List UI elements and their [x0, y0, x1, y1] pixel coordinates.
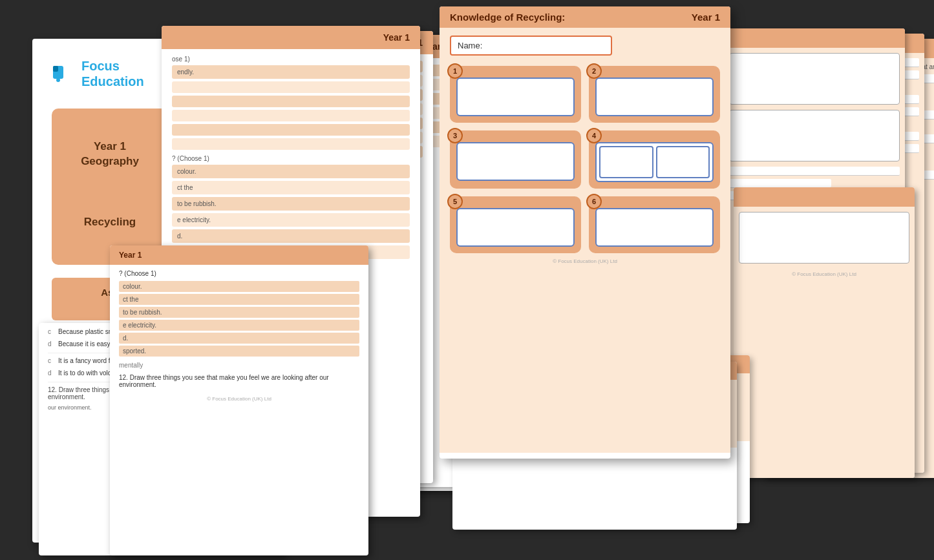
rp-content-box: [729, 110, 900, 161]
knowledge-header: Knowledge of Recycling: Year 1: [440, 6, 730, 28]
logo-line1: Focus: [81, 58, 144, 74]
quiz-behind-environmentally: mentally: [119, 362, 359, 369]
quiz-row: endly.: [172, 65, 410, 79]
quiz-behind-row: d.: [119, 333, 359, 344]
rp-line: [729, 179, 831, 188]
card-inner-5: [456, 208, 575, 247]
quiz-behind-body: ? (Choose 1) colour. ct the to be rubbis…: [110, 265, 368, 393]
knowledge-card-5: 5: [450, 196, 581, 253]
quiz-behind-row: sported.: [119, 346, 359, 357]
card-number-4: 4: [586, 128, 602, 143]
lower-quiz-letter: c: [48, 357, 54, 364]
knowledge-page: Knowledge of Recycling: Year 1 Name: 1 2: [440, 6, 730, 459]
quiz-behind-row: e electricity.: [119, 320, 359, 331]
card-inner-2: [595, 78, 714, 116]
quiz-row: ct the: [172, 181, 410, 194]
quiz-row: to be rubbish.: [172, 197, 410, 211]
quiz-row: d.: [172, 229, 410, 243]
quiz-behind-row: ct the: [119, 294, 359, 305]
cover-subtitle-recycling: Recycling: [65, 215, 155, 229]
card-inner-4a: [599, 146, 653, 178]
quiz-row: e electricity.: [172, 213, 410, 227]
rp-content-box: [729, 53, 900, 105]
quiz-header-4: Year 1: [162, 26, 420, 49]
scene: Focus Education Year 1 Geography: [0, 0, 934, 560]
focus-education-logo-icon: [52, 62, 75, 85]
card-number-3: 3: [447, 128, 463, 143]
card-number-1: 1: [447, 63, 463, 79]
knowledge-card-4: 4: [589, 130, 720, 189]
quiz-behind-q1: ? (Choose 1): [119, 270, 359, 277]
card-inner-4b: [656, 146, 710, 178]
quiz-partial-text: ose 1): [172, 56, 410, 63]
knowledge-card-1: 1: [450, 66, 581, 123]
knowledge-card-6: 6: [589, 196, 720, 253]
rp-line: [729, 167, 900, 176]
knowledge-card-2: 2: [589, 66, 720, 123]
quiz-row: [172, 138, 410, 150]
rp-body-4: © Focus Education (UK) Ltd: [734, 207, 915, 478]
rp-content-box-4: [739, 212, 909, 264]
rp-header-4: [734, 187, 915, 207]
card-number-2: 2: [586, 63, 602, 79]
quiz-behind-header: Year 1: [110, 245, 368, 265]
quiz-behind-q12: 12. Draw three things you see that make …: [119, 374, 359, 388]
quiz-row: [172, 124, 410, 136]
cover-title-year-geography: Year 1 Geography: [65, 140, 155, 168]
quiz-behind-footer: © Focus Education (UK) Ltd: [110, 393, 368, 404]
card-number-6: 6: [586, 194, 602, 209]
quiz-behind-row: colour.: [119, 281, 359, 292]
quiz-behind-row: to be rubbish.: [119, 307, 359, 318]
rp-header-3: [724, 28, 905, 48]
right-page-4: © Focus Education (UK) Ltd: [734, 187, 915, 478]
knowledge-name-label: Name:: [458, 41, 482, 50]
quiz-row: [172, 96, 410, 107]
quiz-body-4: ose 1) endly. ? (Choose 1) colour. ct th…: [162, 49, 420, 268]
lower-quiz-letter: c: [48, 328, 54, 335]
knowledge-card-grid: 1 2 3 4: [450, 66, 720, 253]
card-inner-1: [456, 78, 575, 116]
knowledge-footer: © Focus Education (UK) Ltd: [450, 253, 720, 264]
svg-point-1: [56, 78, 60, 82]
card-inner-6: [595, 208, 714, 247]
logo-text: Focus Education: [81, 58, 144, 89]
quiz-row: [172, 81, 410, 93]
lower-quiz-letter: d: [48, 369, 54, 377]
logo-line2: Education: [81, 74, 144, 89]
quiz-row: [172, 110, 410, 121]
knowledge-card-3: 3: [450, 130, 581, 189]
quiz-behind-page: Year 1 ? (Choose 1) colour. ct the to be…: [110, 245, 368, 555]
quiz-row: colour.: [172, 165, 410, 178]
knowledge-name-box: Name:: [450, 36, 612, 56]
card-inner-3: [456, 142, 575, 181]
quiz-partial-q2: ? (Choose 1): [172, 155, 410, 162]
knowledge-title: Knowledge of Recycling:: [450, 12, 565, 23]
knowledge-body: Name: 1 2 3 4: [440, 28, 730, 453]
card-number-5: 5: [447, 194, 463, 209]
svg-rect-2: [53, 66, 58, 72]
lower-quiz-letter: d: [48, 340, 54, 347]
card-inner-4: [595, 142, 714, 182]
rp-footer-4: © Focus Education (UK) Ltd: [739, 269, 909, 280]
knowledge-year: Year 1: [692, 12, 720, 23]
